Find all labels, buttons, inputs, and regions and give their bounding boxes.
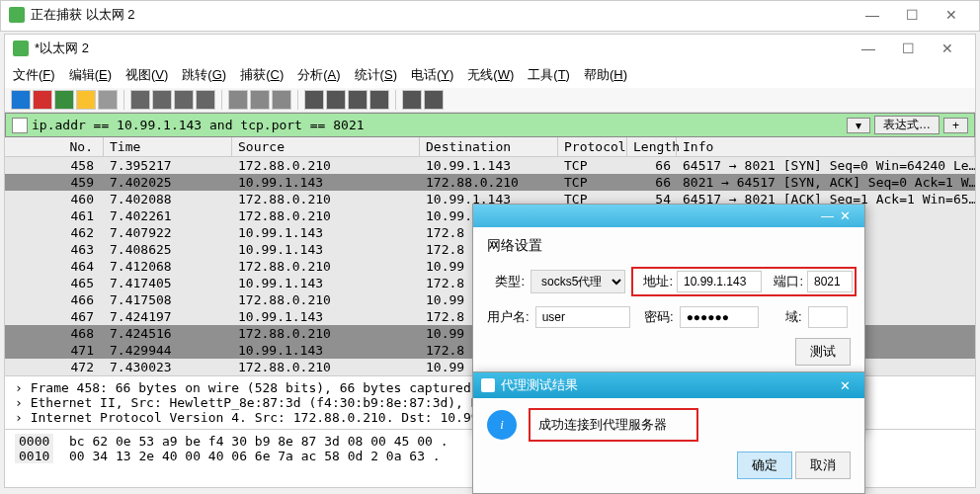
min-icon[interactable]: — — [853, 7, 892, 23]
menu-item[interactable]: 捕获(C) — [240, 66, 284, 84]
main-titlebar: *以太网 2 — ☐ ✕ — [5, 35, 975, 62]
toolbar-button[interactable] — [11, 90, 31, 110]
filter-input[interactable] — [32, 118, 843, 132]
domain-label: 域: — [765, 308, 802, 326]
toolbar-button[interactable] — [196, 90, 215, 110]
toolbar-button[interactable] — [326, 90, 346, 110]
menu-item[interactable]: 电话(Y) — [411, 66, 453, 84]
menu-item[interactable]: 视图(V) — [125, 66, 168, 84]
column-header[interactable]: Info — [677, 137, 975, 156]
dlg-min-icon[interactable]: — — [821, 208, 834, 223]
type-select[interactable]: socks5代理 — [531, 270, 625, 293]
column-header[interactable]: Time — [104, 137, 232, 156]
toolbar-button[interactable] — [33, 90, 52, 110]
alert-message: 成功连接到代理服务器 — [538, 416, 667, 434]
filter-bookmark-icon[interactable] — [12, 118, 28, 133]
max-icon[interactable]: ☐ — [892, 7, 932, 23]
toolbar-button[interactable] — [304, 90, 324, 110]
info-icon: i — [487, 410, 517, 440]
column-header[interactable]: Source — [232, 137, 420, 156]
port-input[interactable] — [807, 271, 853, 292]
app-icon — [9, 7, 25, 23]
hex-offset: 0010 — [15, 449, 53, 463]
addr-input[interactable] — [677, 271, 762, 292]
toolbar-button[interactable] — [130, 90, 150, 110]
menubar: 文件(F)编辑(E)视图(V)跳转(G)捕获(C)分析(A)统计(S)电话(Y)… — [5, 62, 975, 88]
toolbar-button[interactable] — [98, 90, 118, 110]
type-label: 类型: — [487, 273, 525, 290]
pwd-input[interactable] — [680, 306, 759, 328]
parent-title: 正在捕获 以太网 2 — [31, 6, 853, 24]
column-header[interactable]: Length — [627, 137, 677, 156]
menu-item[interactable]: 统计(S) — [355, 66, 397, 84]
addr-port-highlight: 地址: 端口: — [631, 267, 857, 296]
toolbar-button[interactable] — [272, 90, 291, 110]
netcfg-title: 网络设置 — [487, 237, 851, 255]
addr-label: 地址: — [635, 273, 673, 290]
filter-plus-btn[interactable]: + — [943, 118, 968, 133]
toolbar-button[interactable] — [228, 90, 248, 110]
toolbar-button[interactable] — [402, 90, 422, 110]
menu-item[interactable]: 跳转(G) — [182, 66, 226, 84]
max-icon[interactable]: ☐ — [888, 41, 928, 56]
hex-offset: 0000 — [15, 434, 53, 449]
toolbar-button[interactable] — [152, 90, 172, 110]
menu-item[interactable]: 分析(A) — [297, 66, 340, 84]
menu-item[interactable]: 工具(T) — [528, 66, 570, 84]
penguin-icon — [481, 378, 495, 392]
hex-line: 00 34 13 2e 40 00 40 06 6e 7a ac 58 0d 2… — [69, 449, 441, 463]
menu-item[interactable]: 文件(F) — [13, 66, 55, 84]
close-icon[interactable]: ✕ — [928, 41, 967, 56]
ok-button[interactable]: 确定 — [737, 452, 792, 479]
menu-item[interactable]: 帮助(H) — [584, 66, 627, 84]
toolbar-button[interactable] — [369, 90, 389, 110]
close-icon[interactable]: ✕ — [932, 7, 971, 23]
app-icon — [13, 41, 29, 56]
hex-line: bc 62 0e 53 a9 be f4 30 b9 8e 87 3d 08 0… — [69, 434, 449, 449]
domain-input[interactable] — [808, 306, 848, 328]
toolbar-button[interactable] — [348, 90, 368, 110]
alert-close-icon[interactable]: ✕ — [834, 378, 857, 393]
table-row[interactable]: 4587.395217172.88.0.21010.99.1.143TCP666… — [5, 157, 975, 174]
cancel-button[interactable]: 取消 — [795, 452, 851, 479]
toolbar-button[interactable] — [54, 90, 74, 110]
user-label: 用户名: — [487, 308, 530, 326]
column-header[interactable]: No. — [5, 137, 104, 156]
test-button[interactable]: 测试 — [795, 338, 851, 366]
menu-item[interactable]: 编辑(E) — [69, 66, 112, 84]
pwd-label: 密码: — [636, 308, 674, 326]
filter-clear-arrow[interactable]: ▾ — [847, 118, 870, 133]
user-input[interactable] — [535, 306, 630, 328]
alert-title: 代理测试结果 — [501, 376, 834, 394]
column-header[interactable]: Protocol — [558, 137, 627, 156]
toolbar-button[interactable] — [424, 90, 444, 110]
toolbar-button[interactable] — [250, 90, 270, 110]
parent-titlebar: 正在捕获 以太网 2 — ☐ ✕ — [1, 1, 979, 29]
main-title: *以太网 2 — [35, 40, 849, 57]
filter-expr-btn[interactable]: 表达式… — [874, 116, 939, 134]
port-label: 端口: — [766, 273, 803, 290]
dlg-close-icon[interactable]: ✕ — [834, 208, 857, 223]
min-icon[interactable]: — — [849, 41, 888, 56]
toolbar-button[interactable] — [76, 90, 96, 110]
column-header[interactable]: Destination — [420, 137, 558, 156]
toolbar — [5, 88, 975, 113]
menu-item[interactable]: 无线(W) — [467, 66, 514, 84]
toolbar-button[interactable] — [174, 90, 194, 110]
table-row[interactable]: 4597.40202510.99.1.143172.88.0.210TCP668… — [5, 174, 975, 191]
